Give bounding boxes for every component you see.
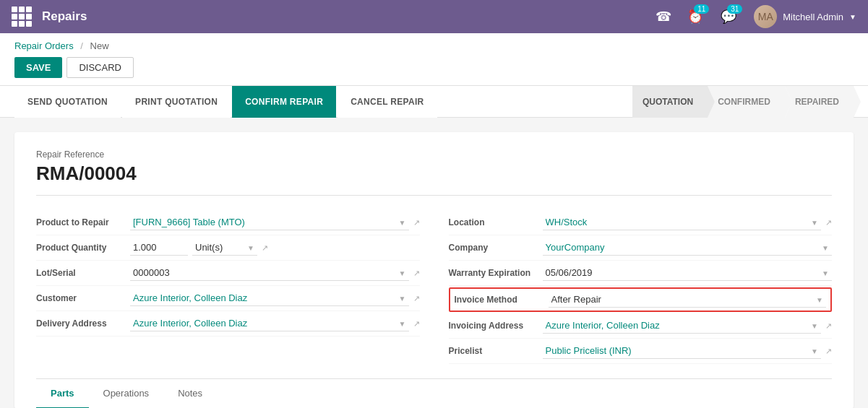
customer-row: Customer Azure Interior, Colleen Diaz ▼ … [36, 286, 420, 311]
tabs-bar: Parts Operations Notes [36, 378, 832, 408]
tab-parts[interactable]: Parts [36, 379, 89, 408]
app-title: Repairs [42, 9, 656, 24]
invoicing-address-ext-icon[interactable]: ↗ [825, 321, 832, 331]
invoicing-address-label: Invoicing Address [449, 321, 543, 331]
warranty-expiration-dropdown[interactable]: 05/06/2019 [543, 265, 833, 281]
pricelist-select[interactable]: Public Pricelist (INR) ▼ [543, 343, 822, 359]
lot-serial-value: 0000003 ▼ ↗ [130, 265, 420, 281]
breadcrumb-area: Repair Orders / New SAVE DISCARD [0, 33, 868, 86]
pricelist-ext-icon[interactable]: ↗ [825, 347, 832, 356]
product-quantity-ext-icon[interactable]: ↗ [262, 243, 268, 253]
user-name: Mitchell Admin [783, 12, 843, 22]
product-to-repair-label: Product to Repair [36, 217, 130, 227]
lot-serial-dropdown[interactable]: 0000003 [130, 265, 409, 281]
location-value: WH/Stock ▼ ↗ [543, 214, 833, 230]
invoicing-address-row: Invoicing Address Azure Interior, Collee… [449, 313, 833, 339]
location-row: Location WH/Stock ▼ ↗ [449, 210, 833, 235]
invoice-method-label: Invoice Method [455, 295, 549, 305]
confirm-repair-button[interactable]: CONFIRM REPAIR [232, 86, 336, 118]
form-card: Repair Reference RMA/00004 Product to Re… [14, 132, 854, 408]
company-label: Company [449, 243, 543, 253]
user-avatar: MA [754, 5, 777, 28]
status-repaired: REPAIRED [785, 86, 854, 118]
delivery-address-select[interactable]: Azure Interior, Colleen Diaz ▼ [130, 316, 409, 331]
delivery-address-dropdown[interactable]: Azure Interior, Colleen Diaz [130, 316, 409, 331]
delivery-address-row: Delivery Address Azure Interior, Colleen… [36, 311, 420, 337]
discard-button[interactable]: DISCARD [66, 57, 134, 78]
repair-ref-value: RMA/00004 [36, 162, 832, 196]
product-quantity-value: Unit(s) ▼ ↗ [130, 240, 420, 256]
unit-dropdown[interactable]: Unit(s) [192, 240, 257, 256]
pricelist-row: Pricelist Public Pricelist (INR) ▼ ↗ [449, 339, 833, 364]
location-ext-icon[interactable]: ↗ [825, 218, 832, 227]
warranty-expiration-label: Warranty Expiration [449, 268, 543, 278]
cancel-repair-button[interactable]: CANCEL REPAIR [338, 86, 437, 118]
company-dropdown[interactable]: YourCompany [543, 240, 833, 256]
delivery-address-label: Delivery Address [36, 318, 130, 329]
lot-serial-label: Lot/Serial [36, 268, 130, 278]
send-quotation-button[interactable]: SEND QUOTATION [14, 86, 121, 118]
product-quantity-label: Product Quantity [36, 243, 130, 253]
left-column: Product to Repair [FURN_9666] Table (MTO… [36, 210, 420, 364]
user-menu[interactable]: MA Mitchell Admin ▼ [754, 5, 856, 28]
product-to-repair-row: Product to Repair [FURN_9666] Table (MTO… [36, 210, 420, 235]
workflow-bar: SEND QUOTATION PRINT QUOTATION CONFIRM R… [0, 86, 868, 118]
product-quantity-row: Product Quantity Unit(s) ▼ ↗ [36, 235, 420, 261]
customer-dropdown[interactable]: Azure Interior, Colleen Diaz [130, 290, 409, 306]
save-button[interactable]: SAVE [14, 57, 62, 78]
lot-serial-ext-icon[interactable]: ↗ [413, 269, 420, 278]
tab-notes[interactable]: Notes [163, 379, 217, 408]
product-to-repair-select[interactable]: [FURN_9666] Table (MTO) ▼ [130, 214, 409, 230]
unit-select[interactable]: Unit(s) ▼ [192, 240, 257, 256]
action-buttons: SAVE DISCARD [14, 57, 854, 78]
chat-badge: 31 [727, 4, 742, 14]
company-select[interactable]: YourCompany ▼ [543, 240, 833, 256]
product-to-repair-ext-icon[interactable]: ↗ [413, 218, 420, 227]
pricelist-value: Public Pricelist (INR) ▼ ↗ [543, 343, 833, 359]
status-confirmed: CONFIRMED [708, 86, 785, 118]
product-quantity-input[interactable] [130, 240, 188, 256]
phone-icon-btn[interactable]: ☎ [656, 9, 671, 25]
warranty-expiration-row: Warranty Expiration 05/06/2019 ▼ [449, 261, 833, 286]
breadcrumb-current: New [90, 40, 109, 51]
right-column: Location WH/Stock ▼ ↗ Company [449, 210, 833, 364]
pricelist-label: Pricelist [449, 346, 543, 356]
product-to-repair-value: [FURN_9666] Table (MTO) ▼ ↗ [130, 214, 420, 230]
tab-operations[interactable]: Operations [89, 379, 164, 408]
invoice-method-select[interactable]: After Repair Before Repair No Invoice ▼ [549, 292, 827, 308]
customer-label: Customer [36, 293, 130, 303]
location-select[interactable]: WH/Stock ▼ [543, 214, 822, 230]
location-dropdown[interactable]: WH/Stock [543, 214, 822, 230]
delivery-address-value: Azure Interior, Colleen Diaz ▼ ↗ [130, 316, 420, 331]
nav-icons: ☎ ⏰ 11 💬 31 MA Mitchell Admin ▼ [656, 5, 856, 28]
pricelist-dropdown[interactable]: Public Pricelist (INR) [543, 343, 822, 359]
breadcrumb: Repair Orders / New [14, 40, 854, 51]
invoicing-address-dropdown[interactable]: Azure Interior, Colleen Diaz [543, 318, 822, 334]
top-navigation: Repairs ☎ ⏰ 11 💬 31 MA Mitchell Admin ▼ [0, 0, 868, 33]
invoice-method-dropdown[interactable]: After Repair Before Repair No Invoice [549, 292, 827, 308]
main-content: Repair Reference RMA/00004 Product to Re… [0, 118, 868, 408]
app-grid-icon[interactable] [12, 6, 32, 27]
activity-badge: 11 [694, 4, 709, 14]
invoicing-address-value: Azure Interior, Colleen Diaz ▼ ↗ [543, 318, 833, 334]
status-quotation: QUOTATION [632, 86, 708, 118]
warranty-expiration-select[interactable]: 05/06/2019 ▼ [543, 265, 833, 281]
breadcrumb-separator: / [80, 40, 83, 51]
form-grid: Product to Repair [FURN_9666] Table (MTO… [36, 210, 832, 364]
customer-select[interactable]: Azure Interior, Colleen Diaz ▼ [130, 290, 409, 306]
lot-serial-select[interactable]: 0000003 ▼ [130, 265, 409, 281]
location-label: Location [449, 217, 543, 227]
activity-btn[interactable]: ⏰ 11 [687, 9, 703, 25]
company-value: YourCompany ▼ [543, 240, 833, 256]
print-quotation-button[interactable]: PRINT QUOTATION [122, 86, 231, 118]
delivery-address-ext-icon[interactable]: ↗ [413, 319, 420, 329]
customer-ext-icon[interactable]: ↗ [413, 294, 420, 303]
product-to-repair-dropdown[interactable]: [FURN_9666] Table (MTO) [130, 214, 409, 230]
status-pipeline: QUOTATION CONFIRMED REPAIRED [632, 86, 854, 118]
lot-serial-row: Lot/Serial 0000003 ▼ ↗ [36, 261, 420, 286]
user-dropdown-icon: ▼ [849, 13, 856, 21]
invoicing-address-select[interactable]: Azure Interior, Colleen Diaz ▼ [543, 318, 822, 334]
breadcrumb-parent[interactable]: Repair Orders [14, 40, 74, 51]
chat-btn[interactable]: 💬 31 [721, 9, 736, 25]
invoice-method-row: Invoice Method After Repair Before Repai… [449, 287, 833, 312]
